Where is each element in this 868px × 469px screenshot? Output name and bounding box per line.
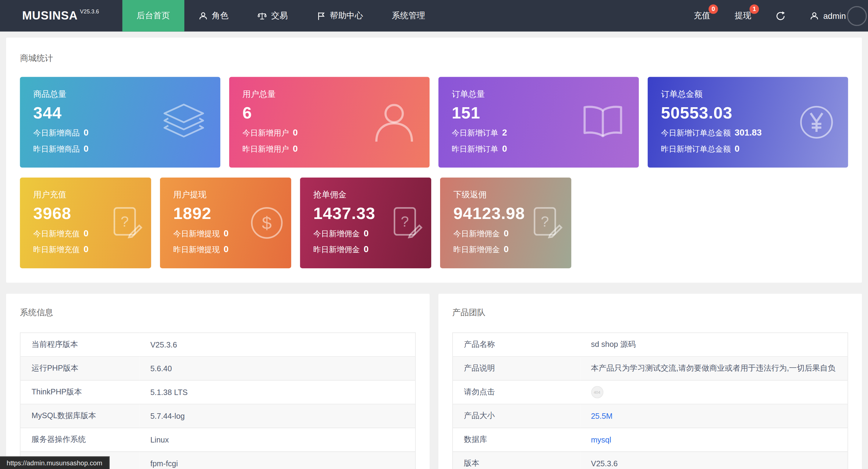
stats-row-1: 商品总量 344 今日新增商品0 昨日新增商品0 用户总量 6 今日新增用户0 … (20, 77, 848, 168)
doc-question-icon: ? (531, 206, 563, 240)
avatar-ring (847, 6, 867, 26)
stat-line-label: 今日新增订单 (452, 128, 498, 137)
stat-line-value: 0 (84, 128, 88, 137)
nav-item-roles[interactable]: 角色 (184, 0, 243, 32)
svg-text:?: ? (121, 213, 129, 230)
row-value: V25.3.6 (139, 333, 415, 357)
product-team-title: 产品团队 (452, 308, 848, 318)
stat-line-label: 今日新增订单总金额 (661, 128, 731, 137)
row-value: 25.5M (580, 404, 848, 428)
stat-card-title: 用户总量 (243, 89, 416, 100)
user-icon (373, 102, 415, 142)
admin-dashboard: MUSINSA V25.3.6 后台首页 角色 交易 (0, 0, 868, 469)
stat-line-value: 0 (364, 244, 369, 254)
logo-text: MUSINSA (22, 7, 78, 24)
stat-line-label: 今日新增用户 (243, 128, 289, 137)
navbar-right: 充值 0 提现 1 admin (681, 0, 868, 32)
top-navbar: MUSINSA V25.3.6 后台首页 角色 交易 (0, 0, 868, 32)
nav-item-label: 系统管理 (392, 11, 425, 21)
nav-item-system-management[interactable]: 系统管理 (377, 0, 439, 32)
table-row: 产品说明 本产品只为学习测试交流,请勿要做商业或者用于违法行为,一切后果自负 (453, 357, 848, 380)
stat-card-title: 下级返佣 (454, 190, 558, 200)
refresh-icon (776, 11, 786, 21)
stat-card-users-total: 用户总量 6 今日新增用户0 昨日新增用户0 (229, 77, 430, 168)
nav-item-label: 角色 (212, 11, 228, 21)
row-value: V25.3.6 (580, 451, 848, 469)
flag-icon (317, 11, 326, 20)
svg-text:?: ? (541, 213, 549, 230)
book-icon (581, 105, 624, 139)
recharge-label: 充值 (694, 11, 710, 21)
row-value: 5.7.44-log (139, 404, 415, 428)
withdraw-button[interactable]: 提现 1 (723, 0, 764, 32)
table-row: 运行PHP版本 5.6.40 (20, 357, 415, 380)
row-label: ThinkPHP版本 (20, 380, 139, 404)
refresh-button[interactable] (764, 0, 798, 32)
table-row: 数据库 mysql (453, 428, 848, 451)
stat-line-label: 昨日新增提现 (174, 245, 220, 254)
stat-line-value: 0 (364, 228, 369, 238)
table-row: 版本 V25.3.6 (453, 451, 848, 469)
stat-card-title: 抢单佣金 (313, 190, 418, 200)
nav-item-help-center[interactable]: 帮助中心 (302, 0, 377, 32)
logo[interactable]: MUSINSA V25.3.6 (0, 0, 122, 32)
stat-line-value: 301.83 (735, 128, 762, 137)
stat-line-yesterday: 昨日新增用户0 (243, 144, 416, 155)
database-link[interactable]: mysql (591, 435, 611, 444)
stat-line-label: 今日新增商品 (33, 128, 80, 137)
stat-line-label: 昨日新增订单总金额 (661, 144, 731, 153)
stat-line-yesterday: 昨日新增订单总金额0 (661, 144, 835, 155)
shop-stats-panel: 商城统计 商品总量 344 今日新增商品0 昨日新增商品0 用户总量 6 今日新… (6, 38, 862, 283)
row-value: 5.6.40 (139, 357, 415, 380)
row-label: 服务器操作系统 (20, 428, 139, 451)
stat-line-value: 0 (84, 228, 88, 238)
table-row: MySQL数据库版本 5.7.44-log (20, 404, 415, 428)
stat-line-value: 0 (224, 244, 228, 254)
row-label: 请勿点击 (453, 380, 580, 404)
stat-line-label: 昨日新增用户 (243, 144, 289, 153)
main-nav: 后台首页 角色 交易 帮助中心 系统管理 (122, 0, 439, 32)
product-team-panel: 产品团队 产品名称 sd shop 源码 产品说明 本产品只为学习测试交流,请勿… (439, 294, 862, 469)
row-label: 产品大小 (453, 404, 580, 428)
stat-line-value: 0 (735, 144, 739, 153)
stat-line-value: 0 (502, 144, 507, 153)
row-label: 产品说明 (453, 357, 580, 380)
stat-line-label: 今日新增佣金 (454, 229, 500, 238)
nav-item-trade[interactable]: 交易 (243, 0, 302, 32)
svg-text:?: ? (401, 213, 409, 230)
recharge-button[interactable]: 充值 0 (681, 0, 722, 32)
stat-card-orders-total: 订单总量 151 今日新增订单2 昨日新增订单0 (439, 77, 639, 168)
stat-card-downline-rebate: 下级返佣 94123.98 今日新增佣金0 昨日新增佣金0 ? (440, 177, 571, 268)
row-label: 产品名称 (453, 333, 580, 357)
scales-icon (257, 11, 267, 20)
user-menu[interactable]: admin (798, 0, 858, 32)
stat-card-title: 用户充值 (33, 190, 138, 200)
stat-card-order-amount-total: 订单总金额 50553.03 今日新增订单总金额301.83 昨日新增订单总金额… (648, 77, 848, 168)
logo-version: V25.3.6 (80, 8, 99, 14)
stat-line-yesterday: 昨日新增佣金0 (454, 244, 558, 255)
row-value: fpm-fcgi (139, 451, 415, 469)
row-label: 当前程序版本 (20, 333, 139, 357)
username: admin (823, 11, 846, 21)
layers-icon (161, 104, 206, 141)
withdraw-label: 提现 (735, 11, 751, 21)
stat-line-label: 昨日新增佣金 (454, 245, 500, 254)
stat-line-label: 今日新增佣金 (313, 229, 360, 238)
bottom-panels: 系统信息 当前程序版本 V25.3.6 运行PHP版本 5.6.40 Think… (6, 294, 862, 469)
stat-line-value: 0 (504, 244, 509, 254)
stat-line-value: 0 (504, 228, 509, 238)
system-info-table: 当前程序版本 V25.3.6 运行PHP版本 5.6.40 ThinkPHP版本… (20, 333, 416, 469)
table-row: 服务器操作系统 Linux (20, 428, 415, 451)
stat-line-label: 昨日新增佣金 (313, 245, 360, 254)
row-value: 5.1.38 LTS (139, 380, 415, 404)
stat-card-title: 订单总量 (452, 89, 625, 100)
nav-item-label: 交易 (271, 11, 288, 21)
nav-item-home[interactable]: 后台首页 (122, 0, 184, 32)
svg-text:$: $ (262, 213, 272, 233)
stat-line-yesterday: 昨日新增商品0 (33, 144, 207, 155)
stat-line-yesterday: 昨日新增充值0 (33, 244, 138, 255)
stat-card-user-withdraw: 用户提现 1892 今日新增提现0 昨日新增提现0 $ (160, 177, 291, 268)
system-info-panel: 系统信息 当前程序版本 V25.3.6 运行PHP版本 5.6.40 Think… (6, 294, 429, 469)
product-size-link[interactable]: 25.5M (591, 411, 613, 420)
table-row: ThinkPHP版本 5.1.38 LTS (20, 380, 415, 404)
